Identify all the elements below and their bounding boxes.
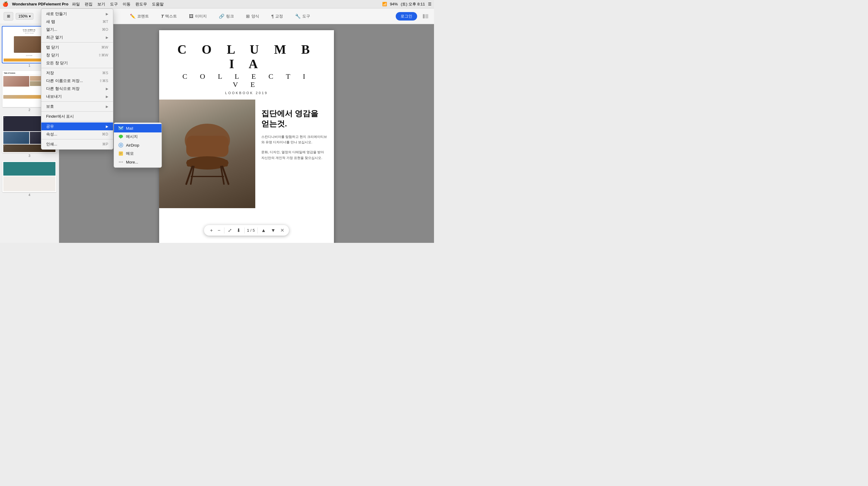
page-info: 1 / 5 (247, 228, 255, 233)
menu-new-tab[interactable]: 새 탭 ⌘T (41, 18, 113, 26)
notes-icon (118, 151, 124, 156)
menu-save[interactable]: 저장 ⌘S (41, 69, 113, 77)
apple-menu[interactable]: 🍎 (2, 1, 8, 7)
menu-close-window-label: 창 닫기 (46, 53, 59, 58)
menu-close-tab-shortcut: ⌘W (101, 45, 108, 50)
menu-도구[interactable]: 도구 (107, 1, 120, 7)
menu-new[interactable]: 새로 만들기 ▶ (41, 10, 113, 18)
more-icon (118, 159, 124, 165)
svg-marker-13 (120, 138, 121, 139)
menu-윈도우[interactable]: 윈도우 (133, 1, 150, 7)
menu-protect[interactable]: 보호 ▶ (41, 103, 113, 110)
pdf-page: C O L U M B I A C O L L E C T I V E LOOK… (159, 30, 334, 243)
correction-button[interactable]: ¶ 교정 (269, 12, 285, 20)
zoom-control[interactable]: 150% ▾ (16, 13, 33, 20)
chair-text-section: 집단에서 영감을 얻는것. 스칸디나비아를 탐험하고 현지 크리에이티브와 유명… (255, 99, 334, 208)
menu-close-tab-label: 탭 닫기 (46, 45, 59, 50)
text-label: 텍스트 (165, 13, 177, 19)
menu-sep-6 (41, 139, 113, 139)
menu-print-shortcut: ⌘P (102, 142, 108, 146)
menu-도움말[interactable]: 도움말 (150, 1, 166, 7)
zoom-chevron: ▾ (29, 14, 31, 19)
menu-편집[interactable]: 편집 (82, 1, 95, 7)
menu-close-all[interactable]: 모든 창 닫기 (41, 59, 113, 67)
menu-properties-shortcut: ⌘D (102, 132, 108, 136)
battery-status: 94% (390, 2, 398, 6)
menu-export[interactable]: 내보내기 ▶ (41, 93, 113, 101)
menu-recent-label: 최근 열기 (46, 35, 63, 40)
form-button[interactable]: ⊞ 양식 (244, 12, 261, 20)
app-name: Wondershare PDFelement Pro (12, 2, 68, 6)
share-airdrop[interactable]: AirDrop (114, 141, 161, 149)
share-notes-label: 메모 (126, 151, 134, 156)
zoom-in-button[interactable]: + (209, 227, 214, 234)
nav-separator-3 (257, 227, 258, 233)
share-mail-label: Mail (126, 126, 133, 131)
panel-toggle-icon (423, 14, 428, 19)
menu-recent[interactable]: 최근 열기 ▶ (41, 33, 113, 41)
menu-recent-arrow: ▶ (106, 36, 108, 39)
menu-share[interactable]: 공유 ▶ Mail (41, 122, 113, 130)
link-icon: 🔗 (219, 13, 224, 19)
image-button[interactable]: 🖼 이미지 (187, 12, 209, 20)
thumbnail-page-4[interactable]: 4 (2, 161, 56, 198)
menu-new-tab-shortcut: ⌘T (102, 20, 108, 24)
menu-save-format-arrow: ▶ (106, 87, 108, 91)
menu-icon[interactable]: ☰ (428, 2, 432, 6)
bottom-navigation: + − ⤢ ⬇ 1 / 5 ▲ ▼ ✕ (204, 225, 289, 236)
menu-print[interactable]: 인쇄... ⌘P (41, 140, 113, 148)
share-more[interactable]: More... (114, 158, 161, 166)
share-messages-label: 메시지 (126, 134, 138, 139)
svg-point-16 (121, 145, 121, 145)
chair-body1: 스칸디나비아를 탐험하고 현지 크리에이티브와 유명 디자이너를 만나 보십시오… (261, 134, 328, 145)
menu-properties[interactable]: 속성... ⌘D (41, 130, 113, 138)
share-messages[interactable]: 메시지 (114, 133, 161, 141)
menu-sep-2 (41, 68, 113, 68)
page-header: C O L U M B I A C O L L E C T I V E LOOK… (159, 30, 334, 95)
menu-share-arrow: ▶ (106, 124, 108, 128)
link-button[interactable]: 🔗 링크 (216, 12, 236, 20)
nav-separator-2 (244, 227, 244, 233)
menu-보기[interactable]: 보기 (95, 1, 107, 7)
menu-open[interactable]: 열기... ⌘O (41, 26, 113, 33)
chair-headline: 집단에서 영감을 얻는것. (261, 109, 328, 129)
share-airdrop-label: AirDrop (126, 143, 139, 147)
menu-save-format[interactable]: 다른 형식으로 저장 ▶ (41, 85, 113, 93)
menu-close-window-shortcut: ⇧⌘W (98, 53, 108, 57)
menu-close-tab[interactable]: 탭 닫기 ⌘W (41, 44, 113, 51)
menu-protect-arrow: ▶ (106, 105, 108, 109)
menu-파일[interactable]: 파일 (70, 1, 82, 7)
page-chair-section: 집단에서 영감을 얻는것. 스칸디나비아를 탐험하고 현지 크리에이티브와 유명… (159, 99, 334, 208)
menu-save-shortcut: ⌘S (102, 71, 108, 75)
page-separator: / (250, 228, 252, 233)
grid-view-button[interactable]: ⊞ (4, 12, 13, 21)
share-notes[interactable]: 메모 (114, 149, 161, 158)
next-page-button[interactable]: ▼ (270, 227, 277, 234)
menu-finder[interactable]: Finder에서 표시 (41, 113, 113, 120)
login-button[interactable]: 로그인 (396, 12, 417, 21)
comment-label: 코멘트 (137, 13, 149, 19)
form-label: 양식 (251, 13, 259, 19)
text-button[interactable]: T 텍스트 (158, 12, 179, 20)
fit-width-button[interactable]: ⬇ (236, 227, 242, 234)
share-mail[interactable]: Mail (114, 124, 161, 133)
zoom-out-button[interactable]: − (216, 227, 221, 234)
svg-rect-1 (425, 14, 428, 19)
menu-finder-label: Finder에서 표시 (46, 114, 74, 119)
menu-save-as[interactable]: 다른 이름으로 저장... ⇧⌘S (41, 77, 113, 85)
menu-save-as-shortcut: ⇧⌘S (99, 79, 108, 83)
chair-svg (177, 119, 238, 189)
menu-sep-1 (41, 42, 113, 42)
menu-close-window[interactable]: 창 닫기 ⇧⌘W (41, 51, 113, 59)
svg-rect-0 (423, 14, 425, 19)
menu-save-format-label: 다른 형식으로 저장 (46, 86, 80, 91)
prev-page-button[interactable]: ▲ (260, 227, 267, 234)
tools-button[interactable]: 🔧 도구 (293, 12, 313, 20)
tools-label: 도구 (302, 13, 310, 19)
text-icon: T (161, 13, 164, 19)
menu-이동[interactable]: 이동 (120, 1, 133, 7)
close-nav-button[interactable]: ✕ (280, 227, 284, 233)
fit-page-button[interactable]: ⤢ (227, 227, 233, 234)
comment-button[interactable]: ✏️ 코멘트 (127, 12, 151, 20)
panel-toggle-button[interactable] (421, 12, 430, 21)
